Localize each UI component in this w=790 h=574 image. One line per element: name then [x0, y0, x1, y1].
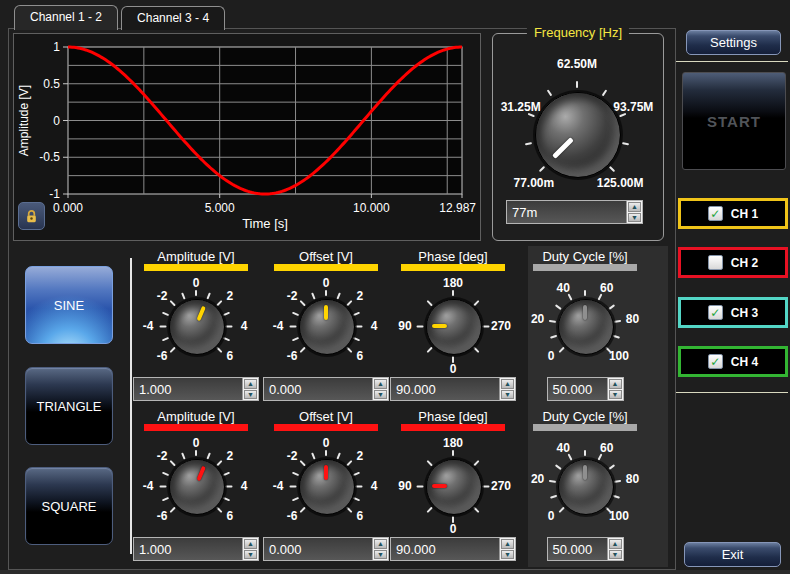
spin-up-icon: ▲ — [504, 540, 511, 547]
knob-tick — [160, 325, 167, 327]
knob-tick — [602, 89, 608, 96]
ch1-duty-cycle-label: Duty Cycle [%] — [520, 249, 650, 264]
knob-tick — [426, 299, 432, 305]
knob-scale-label: -2 — [287, 289, 298, 303]
ch4-checkbox[interactable]: ✓ — [708, 354, 723, 369]
channel-toggle-ch1[interactable]: ✓CH 1 — [678, 198, 788, 229]
ch2-duty-cycle-spinner: ▲▼ — [607, 538, 623, 560]
ch3-checkbox[interactable]: ✓ — [708, 305, 723, 320]
knob-scale-label: 6 — [227, 509, 234, 523]
ch1-duty-cycle-control: Duty Cycle [%]40602080010050.000▲▼ — [520, 248, 650, 406]
ch1-amplitude-knob[interactable] — [169, 299, 225, 355]
frequency-value-input[interactable]: 77m — [507, 205, 626, 220]
ch1-phase-value-input[interactable]: 90.000 — [391, 382, 499, 397]
exit-button[interactable]: Exit — [684, 542, 781, 567]
knob-scale-label: -4 — [273, 319, 284, 333]
ch2-amplitude-knob[interactable] — [169, 459, 225, 515]
ch1-duty-cycle-value-input[interactable]: 50.000 — [548, 382, 607, 397]
start-button[interactable]: START — [682, 72, 786, 170]
ch1-offset-spin-down-button[interactable]: ▼ — [374, 390, 387, 400]
knob-tick — [426, 507, 432, 513]
knob-tick — [347, 299, 353, 305]
knob-tick — [292, 337, 299, 341]
ch2-phase-spin-up-button[interactable]: ▲ — [501, 539, 514, 549]
knob-tick — [452, 450, 454, 457]
frequency-spinner: ▲▼ — [626, 201, 642, 223]
ch1-offset-value-input[interactable]: 0.000 — [264, 382, 372, 397]
knob-scale-label: 100 — [609, 349, 629, 363]
ch2-amplitude-spin-down-button[interactable]: ▼ — [244, 550, 257, 560]
app-window: Channel 1 - 2Channel 3 - 4 10.50-0.5-10.… — [0, 0, 790, 574]
knob-tick — [290, 325, 297, 327]
ch2-duty-cycle-spin-up-button[interactable]: ▲ — [609, 539, 622, 549]
ch2-phase-spin-down-button[interactable]: ▼ — [501, 550, 514, 560]
knob-scale-label: 4 — [371, 319, 378, 333]
ch1-duty-cycle-spin-up-button[interactable]: ▲ — [609, 379, 622, 389]
ch1-amplitude-spin-down-button[interactable]: ▼ — [244, 390, 257, 400]
frequency-panel: Frequency [Hz] 62.50M31.25M93.75M77.00m1… — [492, 33, 664, 241]
square-button[interactable]: SQUARE — [25, 467, 113, 545]
knob-tick — [217, 507, 223, 513]
tab-channel-1-2[interactable]: Channel 1 - 2 — [14, 5, 118, 30]
ch2-duty-cycle-knob-pointer — [583, 465, 587, 480]
ch2-amplitude-value-input[interactable]: 1.000 — [134, 542, 242, 557]
ch1-amplitude-spin-up-button[interactable]: ▲ — [244, 379, 257, 389]
spin-up-icon: ▲ — [247, 380, 254, 387]
knob-tick — [299, 459, 305, 465]
checkmark-icon: ✓ — [710, 307, 720, 319]
channel-toggle-ch4[interactable]: ✓CH 4 — [678, 346, 788, 377]
tab-channel-3-4[interactable]: Channel 3 - 4 — [121, 6, 225, 30]
ch2-amplitude-spinner: ▲▼ — [242, 538, 258, 560]
frequency-spin-up-button[interactable]: ▲ — [628, 202, 641, 212]
knob-tick — [337, 292, 341, 299]
ch2-phase-accent-bar — [401, 424, 505, 431]
ch1-phase-value-box: 90.000▲▼ — [390, 377, 516, 401]
knob-tick — [169, 347, 175, 353]
triangle-button[interactable]: TRIANGLE — [25, 367, 113, 445]
knob-scale-label: -4 — [143, 319, 154, 333]
ch2-phase-value-input[interactable]: 90.000 — [391, 542, 499, 557]
knob-scale-label: 0 — [450, 522, 457, 536]
ch1-duty-cycle-spin-down-button[interactable]: ▼ — [609, 390, 622, 400]
knob-tick — [549, 319, 556, 322]
y-tick-label: -0.5 — [39, 150, 60, 164]
ch1-phase-spin-up-button[interactable]: ▲ — [501, 379, 514, 389]
ch2-offset-spin-down-button[interactable]: ▼ — [374, 550, 387, 560]
ch2-offset-value-input[interactable]: 0.000 — [264, 542, 372, 557]
ch1-duty-cycle-accent-bar — [533, 264, 637, 271]
spin-up-icon: ▲ — [247, 540, 254, 547]
settings-button[interactable]: Settings — [686, 30, 781, 55]
y-tick-label: 0.5 — [43, 77, 60, 91]
knob-scale-label: 6 — [227, 349, 234, 363]
knob-scale-label: 180 — [443, 436, 463, 450]
ch2-offset-spin-up-button[interactable]: ▲ — [374, 539, 387, 549]
knob-tick — [353, 497, 360, 501]
ch1-offset-spin-up-button[interactable]: ▲ — [374, 379, 387, 389]
frequency-spin-down-button[interactable]: ▼ — [628, 213, 641, 223]
knob-scale-label: 100 — [609, 509, 629, 523]
ch2-amplitude-spin-up-button[interactable]: ▲ — [244, 539, 257, 549]
ch2-checkbox[interactable] — [708, 255, 723, 270]
frequency-knob[interactable] — [535, 92, 621, 178]
knob-tick — [347, 347, 353, 353]
knob-tick — [162, 311, 169, 315]
spin-down-icon: ▼ — [631, 214, 638, 221]
scale-lock-button[interactable] — [18, 202, 45, 230]
ch2-duty-cycle-spin-down-button[interactable]: ▼ — [609, 550, 622, 560]
knob-tick — [550, 494, 557, 498]
sine-button[interactable]: SINE — [25, 266, 113, 344]
ch2-duty-cycle-value-input[interactable]: 50.000 — [548, 542, 607, 557]
knob-scale-label: 2 — [227, 449, 234, 463]
ch1-checkbox[interactable]: ✓ — [708, 206, 723, 221]
x-tick-label: 12.987 — [439, 201, 476, 215]
knob-tick — [290, 485, 297, 487]
channel-toggle-ch3[interactable]: ✓CH 3 — [678, 297, 788, 328]
ch2-duty-cycle-label: Duty Cycle [%] — [520, 409, 650, 424]
knob-scale-label: -4 — [143, 479, 154, 493]
ch1-phase-spinner: ▲▼ — [499, 378, 515, 400]
ch1-amplitude-value-input[interactable]: 1.000 — [134, 382, 242, 397]
channel-toggle-ch2[interactable]: CH 2 — [678, 247, 788, 278]
ch1-phase-knob-pointer — [432, 324, 447, 328]
ch1-phase-spin-down-button[interactable]: ▼ — [501, 390, 514, 400]
knob-tick — [555, 304, 561, 309]
